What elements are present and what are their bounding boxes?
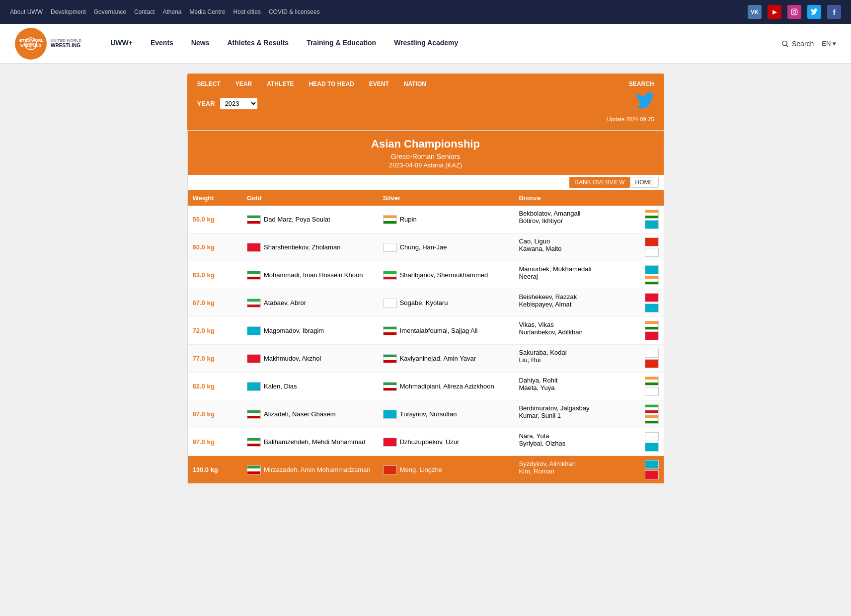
bronze-name: Bekbolatov, Amangali — [519, 210, 580, 217]
bronze-name: Beishekeev, Razzak — [519, 293, 577, 301]
gold-cell: Mohammadi, Iman Hossein Khoon — [242, 261, 378, 289]
silver-cell: Meng, Lingzhe — [378, 456, 514, 484]
bronze-flags — [645, 265, 659, 285]
bronze-name: Sakuraba, Kodai — [519, 349, 566, 356]
bronze-cell: Vikas, VikasNurlanbekov, Adilkhan — [514, 317, 663, 345]
table-row: 97.0 kgBalihamzehdeh, Mehdi MohammadDzhu… — [188, 428, 664, 456]
bronze-name: Syrlybai, Olzhas — [519, 440, 565, 447]
gold-cell: Alizadeh, Naser Ghasem — [242, 400, 378, 428]
weight-cell: 72.0 kg — [188, 317, 242, 345]
vk-icon[interactable]: VK — [748, 5, 762, 19]
top-nav-development[interactable]: Development — [51, 8, 86, 15]
silver-athlete: Kaviyaninejad, Amin Yavar — [383, 354, 509, 363]
main-header: UNITED WORLD WRESTLING UNITED WORLD WRES… — [0, 24, 851, 64]
filter-head-to-head-label: HEAD TO HEAD — [309, 80, 354, 87]
bronze-athletes: Cao, LiguoKawana, Maito — [519, 237, 658, 257]
search-area[interactable]: Search — [781, 40, 814, 48]
gold-name: Balihamzehdeh, Mehdi Mohammad — [264, 438, 366, 446]
bronze-cell: Cao, LiguoKawana, Maito — [514, 233, 663, 261]
japan-flag — [645, 349, 659, 358]
bronze-flags — [645, 321, 659, 340]
nav-events[interactable]: Events — [142, 24, 182, 64]
weight-cell: 82.0 kg — [188, 373, 242, 400]
silver-name: Mohmadipiani, Alireza Azizkhoon — [400, 383, 494, 390]
bronze-names: Nara, YutaSyrlybai, Olzhas — [519, 432, 565, 447]
top-nav-about[interactable]: About UWW — [10, 8, 43, 15]
top-nav-governance[interactable]: Governance — [94, 8, 126, 15]
instagram-icon[interactable] — [787, 5, 801, 19]
bronze-cell: Nara, YutaSyrlybai, Olzhas — [514, 428, 663, 456]
bronze-flags — [645, 377, 659, 396]
search-label[interactable]: Search — [792, 40, 814, 48]
table-row: 87.0 kgAlizadeh, Naser GhasemTursynov, N… — [188, 400, 664, 428]
weight-cell: 55.0 kg — [188, 206, 242, 233]
bronze-athletes: Mamurbek, MukhamedaliNeeraj — [519, 265, 658, 285]
bronze-names: Syzdykov, AlimkhanKim, Roman — [519, 460, 576, 475]
twitter-topnav-icon[interactable] — [807, 5, 821, 19]
gold-name: Alizadeh, Naser Ghasem — [264, 410, 336, 418]
results-table: Weight Gold Silver Bronze 55.0 kgDad Mar… — [188, 190, 664, 484]
nav-uwwplus[interactable]: UWW+ — [101, 24, 142, 64]
bronze-names: Cao, LiguoKawana, Maito — [519, 237, 561, 252]
top-nav-athena[interactable]: Athena — [162, 8, 181, 15]
logo-area[interactable]: UNITED WORLD WRESTLING UNITED WORLD WRES… — [15, 28, 81, 60]
top-nav-hostcities[interactable]: Host cities — [233, 8, 261, 15]
bronze-name: Nurlanbekov, Adilkhan — [519, 328, 582, 336]
nav-athletes[interactable]: Athletes & Results — [218, 24, 298, 64]
gold-cell: Atabaev, Abror — [242, 289, 378, 317]
youtube-icon[interactable]: ▶ — [768, 5, 781, 19]
iran-flag — [247, 271, 261, 280]
top-nav-media[interactable]: Media Centre — [190, 8, 226, 15]
filter-row-bottom: YEAR 2023 2022 2021 2020 2019 2018 — [197, 92, 654, 114]
bronze-athletes: Berdimuratov, JalgasbayKumar, Sunil 1 — [519, 404, 658, 424]
rank-overview-button[interactable]: RANK OVERVIEW — [569, 177, 629, 188]
svg-point-9 — [782, 41, 787, 45]
filter-bar: SELECT YEAR ATHLETE HEAD TO HEAD EVENT N… — [187, 74, 664, 130]
kaz-flag — [645, 443, 659, 452]
col-header-weight: Weight — [188, 190, 242, 206]
rank-home-row: RANK OVERVIEW HOME — [188, 175, 664, 190]
iran-flag — [247, 215, 261, 224]
logo-circle: UNITED WORLD WRESTLING — [15, 28, 47, 60]
top-nav-covid[interactable]: COVID & licensees — [269, 8, 320, 15]
kaz-flag — [247, 382, 261, 391]
gold-athlete: Mirzazadeh, Amin Mohammadzaman — [247, 465, 373, 474]
gold-name: Makhmudov, Akzhol — [264, 355, 321, 362]
kaz-flag — [383, 410, 397, 419]
year-select[interactable]: 2023 2022 2021 2020 2019 2018 — [220, 98, 257, 109]
nav-training[interactable]: Training & Education — [298, 24, 385, 64]
twitter-share-icon[interactable] — [636, 92, 654, 114]
language-selector[interactable]: EN ▾ — [822, 40, 836, 47]
home-button[interactable]: HOME — [630, 177, 659, 188]
india-flag — [645, 276, 659, 285]
weight-cell: 87.0 kg — [188, 400, 242, 428]
top-nav-links: About UWW Development Governance Contact… — [10, 8, 320, 15]
bronze-cell: Dahiya, RohitMaeta, Yuya — [514, 373, 663, 400]
gold-name: Mirzazadeh, Amin Mohammadzaman — [264, 466, 371, 473]
japan-flag — [383, 299, 397, 308]
facebook-icon[interactable]: f — [827, 5, 841, 19]
china-flag — [645, 359, 659, 368]
bronze-athletes: Syzdykov, AlimkhanKim, Roman — [519, 460, 658, 479]
weight-cell: 67.0 kg — [188, 289, 242, 317]
nav-news[interactable]: News — [182, 24, 219, 64]
weight-cell: 60.0 kg — [188, 233, 242, 261]
table-row: 63.0 kgMohammadi, Iman Hossein KhoonShar… — [188, 261, 664, 289]
gold-cell: Magomadov, Ibragim — [242, 317, 378, 345]
logo-text: UNITED WORLD WRESTLING — [51, 38, 81, 49]
korea-flag — [383, 243, 397, 252]
gold-cell: Dad Marz, Poya Soulat — [242, 206, 378, 233]
silver-name: Meng, Lingzhe — [400, 466, 442, 473]
bronze-cell: Mamurbek, MukhamedaliNeeraj — [514, 261, 663, 289]
bronze-name: Neeraj — [519, 273, 591, 280]
gold-athlete: Magomadov, Ibragim — [247, 326, 373, 335]
filter-search-label: SEARCH — [629, 80, 654, 87]
nav-academy[interactable]: Wrestling Academy — [385, 24, 467, 64]
china-flag — [383, 465, 397, 474]
japan-flag — [645, 248, 659, 257]
bronze-name: Dahiya, Rohit — [519, 377, 557, 384]
top-nav-contact[interactable]: Contact — [134, 8, 155, 15]
gold-cell: Makhmudov, Akzhol — [242, 345, 378, 373]
silver-athlete: Rupin — [383, 215, 509, 224]
bronze-name: Botirov, Ikhtiyor — [519, 217, 580, 225]
